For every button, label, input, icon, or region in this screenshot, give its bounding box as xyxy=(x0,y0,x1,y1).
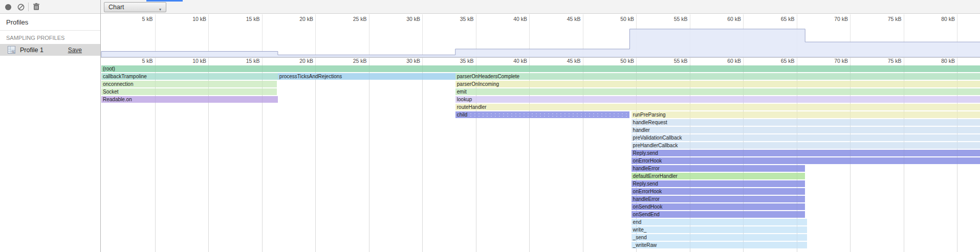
flame-gridline-overlay xyxy=(850,64,851,252)
flame-bar[interactable]: Readable.on xyxy=(101,96,278,103)
overview-axis-tick-label: 30 kB xyxy=(389,16,420,22)
flame-gridline-overlay xyxy=(422,64,423,252)
profile-item[interactable]: % Profile 1 Save xyxy=(0,44,100,56)
flame-bar[interactable]: preHandlerCallback xyxy=(631,142,980,149)
svg-text:%: % xyxy=(12,51,15,54)
flame-gridline-overlay xyxy=(743,64,744,252)
flame-bar[interactable]: runPreParsing xyxy=(631,111,980,118)
flame-bar[interactable]: write_ xyxy=(631,226,808,233)
flame-axis-tick-label: 50 kB xyxy=(603,58,634,64)
flame-gridline-overlay xyxy=(797,64,797,252)
flame-bar[interactable]: processTicksAndRejections xyxy=(278,73,455,80)
flame-axis-tick-label: 55 kB xyxy=(657,58,688,64)
flame-chart-pane[interactable]: 5 kB5 kB10 kB10 kB15 kB15 kB20 kB20 kB25… xyxy=(101,14,980,252)
devtools-memory-panel: Chart ▾ Profiles SAMPLING PROFILES % Pro… xyxy=(0,0,980,252)
flame-bar[interactable]: onSendHook xyxy=(631,203,805,210)
flame-bar[interactable]: lookup xyxy=(455,96,980,103)
flame-bar[interactable]: onErrorHook xyxy=(631,157,980,164)
overview-axis-tick-label: 80 kB xyxy=(924,16,955,22)
save-link[interactable]: Save xyxy=(68,47,82,54)
flame-gridline-overlay xyxy=(369,64,369,252)
flame-bar[interactable]: end xyxy=(631,219,808,225)
overview-gridline xyxy=(422,14,423,57)
overview-axis-tick-label: 40 kB xyxy=(496,16,527,22)
flame-axis-tick-label: 65 kB xyxy=(764,58,795,64)
flame-gridline-overlay xyxy=(636,64,637,252)
flame-bar[interactable]: preValidationCallback xyxy=(631,134,980,141)
overview-axis-tick-label: 60 kB xyxy=(710,16,741,22)
toolbar: Chart ▾ xyxy=(0,0,980,14)
flame-gridline-overlay xyxy=(690,64,690,252)
overview-gridline xyxy=(476,14,476,57)
overview-axis-tick-label: 35 kB xyxy=(443,16,474,22)
flame-axis-tick-label: 35 kB xyxy=(443,58,474,64)
flame-gridline-overlay xyxy=(315,64,316,252)
flame-axis-tick-label: 10 kB xyxy=(176,58,206,64)
chevron-down-icon: ▾ xyxy=(159,5,161,14)
flame-bar[interactable]: Reply.send xyxy=(631,150,980,156)
flame-bar[interactable]: routeHandler xyxy=(455,104,980,110)
overview-gridline xyxy=(690,14,690,57)
flame-bar[interactable]: onSendEnd xyxy=(631,211,805,218)
flame-bar[interactable]: parserOnHeadersComplete xyxy=(455,73,980,80)
sidebar: Profiles SAMPLING PROFILES % Profile 1 S… xyxy=(0,14,100,252)
overview-axis-tick-label: 10 kB xyxy=(176,16,206,22)
flame-bar[interactable]: child xyxy=(455,111,630,118)
flame-bar[interactable]: emit xyxy=(455,88,980,95)
flame-bar[interactable]: onErrorHook xyxy=(631,188,805,195)
trash-icon[interactable] xyxy=(32,3,40,11)
flame-bar[interactable]: handleRequest xyxy=(631,119,980,126)
overview-axis-tick-label: 55 kB xyxy=(657,16,688,22)
flame-gridline-overlay xyxy=(904,64,904,252)
flame-bar[interactable]: onconnection xyxy=(101,81,277,87)
flame-bar[interactable]: _send xyxy=(631,234,808,241)
sampling-profiles-heading: SAMPLING PROFILES xyxy=(0,31,100,44)
profiles-heading[interactable]: Profiles xyxy=(0,14,100,31)
overview-axis-tick-label: 65 kB xyxy=(764,16,795,22)
flame-bar[interactable]: parserOnIncoming xyxy=(455,81,980,87)
flame-bar[interactable]: handler xyxy=(631,127,980,133)
view-mode-value: Chart xyxy=(108,4,124,11)
flame-bar[interactable]: (root) xyxy=(101,65,980,72)
overview-gridline xyxy=(262,14,263,57)
overview-gridline xyxy=(743,14,744,57)
flame-gridline-overlay xyxy=(476,64,476,252)
record-icon[interactable] xyxy=(5,4,11,10)
flame-bar[interactable]: handleError xyxy=(631,196,805,202)
flame-bar[interactable]: _writeRaw xyxy=(631,242,808,248)
flame-axis-tick-label: 70 kB xyxy=(817,58,848,64)
overview-axis-tick-label: 15 kB xyxy=(229,16,260,22)
flame-axis-tick-label: 25 kB xyxy=(336,58,367,64)
overview-flame-divider xyxy=(101,57,980,58)
flame-bar[interactable]: Socket xyxy=(101,88,277,95)
active-tab-indicator xyxy=(146,0,183,2)
overview-axis-tick-label: 5 kB xyxy=(122,16,153,22)
clear-profiles-icon[interactable] xyxy=(17,3,25,11)
overview-axis-tick-label: 25 kB xyxy=(336,16,367,22)
flame-gridline-overlay xyxy=(208,64,209,252)
flame-axis-tick-label: 40 kB xyxy=(496,58,527,64)
flame-axis-tick-label: 30 kB xyxy=(389,58,420,64)
flame-gridline-overlay xyxy=(155,64,156,252)
flame-bar[interactable]: Reply.send xyxy=(631,180,805,187)
overview-gridline xyxy=(369,14,369,57)
flame-axis-tick-label: 45 kB xyxy=(550,58,581,64)
overview-axis-tick-label: 45 kB xyxy=(550,16,581,22)
view-mode-select[interactable]: Chart ▾ xyxy=(104,2,166,12)
overview-axis-tick-label: 75 kB xyxy=(871,16,902,22)
panel-divider[interactable] xyxy=(100,0,101,252)
flame-gridline-overlay xyxy=(957,64,957,252)
overview-gridline xyxy=(155,14,156,57)
flame-axis-tick-label: 5 kB xyxy=(122,58,153,64)
overview-gridline xyxy=(904,14,904,57)
flame-axis-tick-label: 80 kB xyxy=(924,58,955,64)
overview-gridline xyxy=(529,14,530,57)
flame-axis-tick-label: 15 kB xyxy=(229,58,260,64)
overview-axis-tick-label: 70 kB xyxy=(817,16,848,22)
flame-axis-tick-label: 20 kB xyxy=(282,58,313,64)
flame-gridline-overlay xyxy=(583,64,583,252)
flame-bar[interactable]: defaultErrorHandler xyxy=(631,173,805,179)
overview-gridline xyxy=(636,14,637,57)
flame-bar[interactable]: callbackTrampoline xyxy=(101,73,278,80)
flame-bar[interactable]: handleError xyxy=(631,165,805,172)
